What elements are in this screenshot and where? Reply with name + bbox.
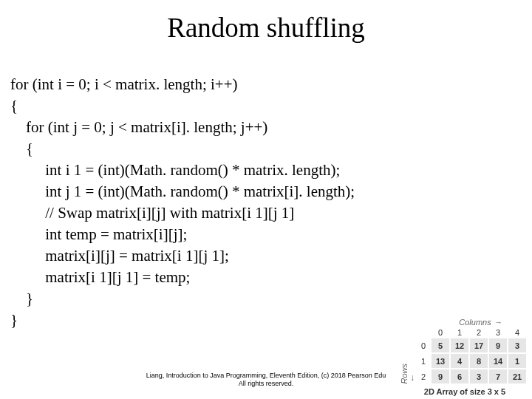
code-line: int i 1 = (int)(Math. random() * matrix.… [10,161,340,179]
code-line: int j 1 = (int)(Math. random() * matrix[… [10,183,355,200]
code-line: // Swap matrix[i][j] with matrix[i 1][j … [10,204,294,222]
columns-header: Columns → [416,318,531,327]
cell: 17 [469,338,488,353]
down-arrow-icon: ↓ [410,372,415,384]
cell: 7 [488,369,508,384]
slide-title: Random shuffling [0,0,532,52]
cell: 8 [469,353,488,369]
col-index: 0 [431,327,450,338]
cell: 9 [488,338,508,353]
table-row: 0 5 12 17 9 3 [416,338,531,353]
right-arrow-icon: → [494,318,502,327]
cell: 21 [508,369,527,384]
table-row: 1 13 4 8 14 1 [416,353,531,369]
code-line: matrix[i 1][j 1] = temp; [10,268,190,286]
code-line: } [10,290,33,307]
code-line: int temp = matrix[i][j]; [10,225,187,243]
row-index: 2 [416,369,431,384]
cell: 5 [431,338,450,353]
code-line: for (int j = 0; j < matrix[i]. length; j… [10,118,267,136]
code-line: { [10,140,33,157]
code-block: for (int i = 0; i < matrix. length; i++)… [0,52,532,331]
cell: 1 [508,353,527,369]
row-index: 1 [416,353,431,369]
rows-label: Rows [399,362,409,384]
cell: 6 [450,369,469,384]
code-line: matrix[i][j] = matrix[i 1][j 1]; [10,247,229,265]
col-index: 4 [508,327,527,338]
code-line: { [10,97,18,115]
col-index: 3 [488,327,508,338]
col-index: 2 [469,327,488,338]
cell: 12 [450,338,469,353]
code-line: } [10,311,18,329]
figure-caption: 2D Array of size 3 x 5 [399,384,531,398]
cell: 4 [450,353,469,369]
table-row: 2 9 6 3 7 21 [416,369,531,384]
array-figure: Rows ↓ Columns → 0 1 2 3 4 0 5 12 17 9 3 [399,318,531,398]
columns-label: Columns [459,318,491,327]
cell: 3 [469,369,488,384]
col-index: 1 [450,327,469,338]
row-index: 0 [416,338,431,353]
cell: 3 [508,338,527,353]
cell: 13 [431,353,450,369]
code-line: for (int i = 0; i < matrix. length; i++) [10,75,238,93]
cell: 9 [431,369,450,384]
cell: 14 [488,353,508,369]
